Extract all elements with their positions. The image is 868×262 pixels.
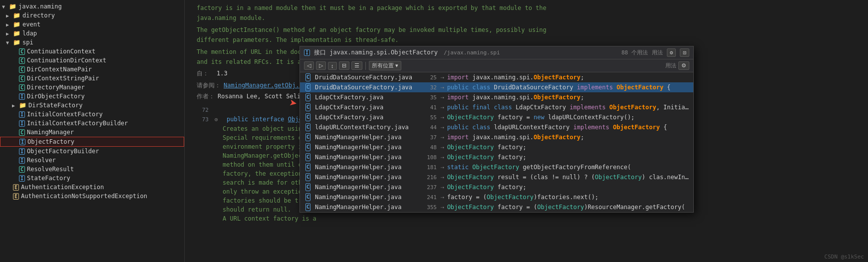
result-row-12[interactable]: C NamingManagerHelper.java 241 ⇢ factory… (300, 192, 693, 202)
sidebar-item-event[interactable]: ▶ 📁 event (0, 20, 184, 29)
sidebar-item-ObjectFactoryBuilder[interactable]: ▶ I ObjectFactoryBuilder (0, 147, 184, 156)
toolbar-prev-file-btn[interactable]: ◁ (304, 61, 314, 70)
result-row-13[interactable]: C NamingManagerHelper.java 355 ⇢ ObjectF… (300, 202, 693, 212)
sidebar-item-AuthenticationException[interactable]: ▶ E AuthenticationException (0, 183, 184, 192)
sidebar-label-DirContextNamePair: DirContextNamePair (27, 66, 92, 73)
result-icon-9: C (304, 163, 312, 171)
sidebar-item-DirStateFactory[interactable]: ▶ 📁 DirStateFactory (0, 101, 184, 110)
sidebar-item-directory[interactable]: ▶ 📁 directory (0, 11, 184, 20)
result-icon-11: C (304, 183, 312, 191)
result-filename-3: LdapCtxFactory.java (315, 104, 415, 111)
toolbar-group-btn[interactable]: ☰ (351, 61, 362, 70)
sidebar-item-spi[interactable]: ▼ 📁 spi (0, 38, 184, 47)
inline-icon: ⊙ (215, 115, 225, 124)
toolbar-expand-btn[interactable]: ↕ (328, 62, 337, 70)
sidebar-item-DirContextNamePair[interactable]: ▶ C DirContextNamePair (0, 65, 184, 74)
sidebar-item-Resolver[interactable]: ▶ I Resolver (0, 156, 184, 165)
sidebar-label-ContinuationContext: ContinuationContext (27, 48, 95, 55)
popup-results-list: C DruidDataSourceFactory.java 25 ⇢ impor… (300, 72, 693, 212)
sidebar-label-DirContextStringPair: DirContextStringPair (27, 75, 99, 82)
exc-icon: E (13, 184, 19, 191)
result-row-6[interactable]: C NamingManagerHelper.java 37 ⇢ import j… (300, 132, 693, 142)
result-icon-12: C (304, 193, 312, 201)
result-linenum-0: 25 (419, 74, 437, 81)
result-arrow-3: ⇢ (441, 104, 444, 111)
result-icon-3: C (304, 103, 312, 111)
result-arrow-6: ⇢ (441, 134, 444, 141)
result-linenum-11: 237 (419, 184, 437, 191)
sidebar-item-DirectoryManager[interactable]: ▶ C DirectoryManager (0, 83, 184, 92)
see-label: 请参阅： (197, 81, 221, 90)
ref-1[interactable]: NamingManager.getObj... (224, 81, 306, 90)
result-icon-2: C (304, 93, 312, 101)
sidebar-item-ObjectFactory[interactable]: ▶ I ObjectFactory (0, 137, 184, 147)
sidebar-item-InitialContextFactory[interactable]: ▶ I InitialContextFactory (0, 110, 184, 119)
popup-title-area: I 接口 javax.naming.spi.ObjectFactory /jav… (304, 48, 500, 57)
popup-path: /javax.naming.spi (444, 49, 500, 56)
sidebar-label-ResolveResult: ResolveResult (27, 166, 74, 173)
toolbar-locations-btn[interactable]: 所有位置 ▾ (369, 61, 401, 70)
sidebar-item-StateFactory[interactable]: ▶ I StateFactory (0, 174, 184, 183)
sidebar-label-InitialContextFactory: InitialContextFactory (27, 111, 103, 118)
result-row-11[interactable]: C NamingManagerHelper.java 237 ⇢ ObjectF… (300, 182, 693, 192)
sidebar-item-ldap[interactable]: ▶ 📁 ldap (0, 29, 184, 38)
result-icon-5: C (304, 123, 312, 131)
result-row-8[interactable]: C NamingManagerHelper.java 108 ⇢ ObjectF… (300, 152, 693, 162)
result-arrow-9: ⇢ (441, 164, 444, 171)
result-linenum-12: 241 (419, 194, 437, 201)
sidebar-label-spi: spi (22, 39, 33, 46)
root-arrow: ▼ (2, 4, 8, 9)
result-arrow-1: ⇢ (441, 84, 444, 91)
class-icon: C (19, 75, 25, 82)
result-code-7: ObjectFactory factory; (447, 144, 527, 151)
result-row-9[interactable]: C NamingManagerHelper.java 181 ⇢ static … (300, 162, 693, 172)
sidebar-item-DirObjectFactory[interactable]: ▶ I DirObjectFactory (0, 92, 184, 101)
result-code-6: import javax.naming.spi.ObjectFactory; (447, 134, 584, 141)
result-row-0[interactable]: C DruidDataSourceFactory.java 25 ⇢ impor… (300, 72, 693, 82)
toolbar-settings-btn[interactable]: ⚙ (678, 61, 689, 70)
sidebar-item-ContinuationDirContext[interactable]: ▶ C ContinuationDirContext (0, 56, 184, 65)
result-arrow-4: ⇢ (441, 114, 444, 121)
class-icon: C (19, 84, 25, 91)
popup-usage-label: 用法 (652, 49, 663, 56)
toolbar-next-file-btn[interactable]: ▷ (316, 61, 326, 70)
result-arrow-8: ⇢ (441, 154, 444, 161)
result-row-7[interactable]: C NamingManagerHelper.java 48 ⇢ ObjectFa… (300, 142, 693, 152)
class-icon: C (19, 66, 25, 73)
since-label: 自： (197, 69, 209, 78)
sidebar-item-ContinuationContext[interactable]: ▶ C ContinuationContext (0, 47, 184, 56)
folder-icon: 📁 (13, 39, 20, 46)
sidebar-item-AuthenticationNotSupportedException[interactable]: ▶ E AuthenticationNotSupportedException (0, 192, 184, 201)
sidebar-item-ResolveResult[interactable]: ▶ C ResolveResult (0, 165, 184, 174)
usage-popup: I 接口 javax.naming.spi.ObjectFactory /jav… (299, 46, 694, 213)
popup-header-right: 88 个用法 用法 ⚙ ⊡ (621, 48, 689, 57)
interface-icon: I (19, 139, 25, 145)
result-linenum-6: 37 (419, 134, 437, 141)
sidebar-label-ObjectFactory: ObjectFactory (27, 138, 74, 145)
sidebar-item-DirContextStringPair[interactable]: ▶ C DirContextStringPair (0, 74, 184, 83)
folder-icon: 📁 (13, 12, 20, 19)
popup-count: 88 个用法 (621, 49, 648, 56)
toolbar-filter-btn[interactable]: ⊟ (339, 61, 349, 70)
result-filename-9: NamingManagerHelper.java (315, 164, 415, 171)
result-filename-0: DruidDataSourceFactory.java (315, 74, 415, 81)
popup-settings-btn[interactable]: ⚙ (667, 48, 676, 57)
result-filename-8: NamingManagerHelper.java (315, 154, 415, 161)
result-row-2[interactable]: C LdapCtxFactory.java 35 ⇢ import javax.… (300, 92, 693, 102)
result-row-3[interactable]: C LdapCtxFactory.java 41 ⇢ public final … (300, 102, 693, 112)
result-row-1[interactable]: C DruidDataSourceFactory.java 32 ⇢ publi… (300, 82, 693, 92)
result-code-12: factory = (ObjectFactory)factories.next(… (447, 194, 598, 201)
result-row-10[interactable]: C NamingManagerHelper.java 216 ⇢ ObjectF… (300, 172, 693, 182)
result-arrow-13: ⇢ (441, 204, 444, 211)
sidebar-label-ContinuationDirContext: ContinuationDirContext (27, 57, 106, 64)
result-filename-7: NamingManagerHelper.java (315, 144, 415, 151)
sidebar-item-NamingManager[interactable]: ▶ C NamingManager (0, 128, 184, 137)
result-code-8: ObjectFactory factory; (447, 154, 527, 161)
popup-pin-btn[interactable]: ⊡ (680, 48, 689, 57)
result-row-5[interactable]: C ldapURLContextFactory.java 44 ⇢ public… (300, 122, 693, 132)
sidebar-item-InitialContextFactoryBuilder[interactable]: ▶ I InitialContextFactoryBuilder (0, 119, 184, 128)
sidebar-label-event: event (22, 21, 40, 28)
tree-root[interactable]: ▼ 📁 javax.naming (0, 2, 184, 11)
result-row-4[interactable]: C LdapCtxFactory.java 55 ⇢ ObjectFactory… (300, 112, 693, 122)
result-linenum-7: 48 (419, 144, 437, 151)
